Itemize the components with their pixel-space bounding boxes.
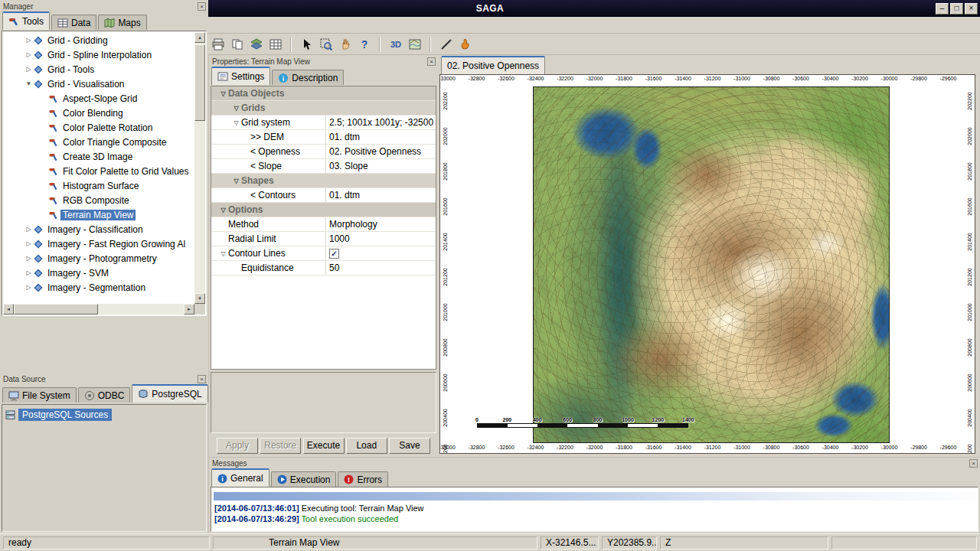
scroll-left-icon[interactable]: ◄ — [3, 304, 14, 315]
close-properties-icon[interactable]: × — [427, 57, 436, 66]
expand-arrow-icon[interactable]: ▷ — [24, 269, 34, 276]
view-3d-button[interactable]: 3D — [386, 35, 405, 54]
data-source-tabs: File SystemODBCPostgreSQL — [0, 384, 208, 403]
property-value[interactable]: 03. Slope — [326, 159, 436, 173]
tree-item-grid-spline-interpolation[interactable]: ▷Grid - Spline Interpolation — [2, 47, 194, 62]
tree-horizontal-scrollbar[interactable]: ◄ ► — [3, 304, 194, 315]
collapse-arrow-icon[interactable]: ▽ — [231, 119, 241, 126]
tree-item-histogram-surface[interactable]: Histogram Surface — [2, 178, 194, 193]
tree-item-fit-color-palette-to-grid-values[interactable]: Fit Color Palette to Grid Values — [2, 164, 194, 178]
expand-arrow-icon[interactable]: ▷ — [24, 51, 34, 58]
tree-item-aspect-slope-grid[interactable]: Aspect-Slope Grid — [2, 91, 194, 106]
messages-tab-general[interactable]: iGeneral — [211, 468, 270, 487]
measure-button[interactable] — [436, 35, 456, 54]
property-section-options[interactable]: ▽Options — [211, 203, 436, 217]
execute-button[interactable]: Execute — [303, 438, 345, 454]
y-axis-tick-label: 201800 — [967, 162, 972, 180]
tree-item-color-blending[interactable]: Color Blending — [2, 106, 194, 120]
datasource-item-postgresql-sources[interactable]: PostgreSQL Sources — [5, 409, 203, 421]
horizontal-scrollbar-thumb[interactable] — [14, 304, 98, 315]
print-map-button[interactable] — [405, 35, 424, 54]
collapse-arrow-icon[interactable]: ▽ — [231, 105, 241, 112]
datasource-tab-odbc[interactable]: ODBC — [78, 387, 131, 403]
layers-button[interactable] — [247, 35, 266, 54]
collapse-arrow-icon[interactable]: ▽ — [231, 178, 241, 184]
tree-item-grid-tools[interactable]: ▷Grid - Tools — [2, 62, 194, 77]
property-value[interactable]: Morphology — [326, 217, 436, 231]
tree-item-create-3d-image[interactable]: Create 3D Image — [2, 149, 194, 164]
properties-tab-description[interactable]: iDescription — [272, 70, 344, 85]
map-tab-positive-openness[interactable]: 02. Positive Openness — [441, 56, 545, 74]
tree-item-imagery-segmentation[interactable]: ▷Imagery - Segmentation — [2, 280, 194, 295]
property-value[interactable]: 50 — [326, 261, 436, 275]
copy-button[interactable] — [227, 35, 247, 54]
help-button[interactable]: ? — [354, 35, 374, 54]
load-button[interactable]: Load — [346, 438, 387, 454]
collapse-arrow-icon[interactable]: ▽ — [218, 250, 228, 257]
tree-item-grid-visualisation[interactable]: ▼Grid - Visualisation — [2, 77, 194, 91]
collapse-arrow-icon[interactable]: ▼ — [24, 80, 34, 87]
property-section-data-objects[interactable]: ▽Data Objects — [211, 86, 436, 101]
collapse-arrow-icon[interactable]: ▽ — [218, 90, 228, 97]
collapse-arrow-icon[interactable]: ▽ — [218, 207, 228, 214]
datasource-tab-file-system[interactable]: File System — [2, 387, 77, 403]
close-manager-icon[interactable]: × — [198, 2, 206, 11]
expand-arrow-icon[interactable]: ▷ — [24, 255, 34, 262]
messages-tab-errors[interactable]: !Errors — [338, 471, 388, 487]
property-value[interactable]: 01. dtm — [326, 188, 436, 202]
minimize-button[interactable]: – — [936, 3, 949, 15]
manager-tab-tools[interactable]: Tools — [2, 11, 50, 30]
table-button[interactable] — [266, 35, 285, 54]
close-data-source-icon[interactable]: × — [198, 375, 206, 383]
print-button[interactable] — [208, 35, 227, 54]
contour-lines-checkbox[interactable]: ✓ — [329, 249, 339, 259]
terrain-map-image[interactable] — [533, 86, 890, 443]
property-row-radial-limit: Radial Limit1000 — [211, 232, 436, 246]
maximize-button[interactable]: □ — [950, 3, 963, 15]
tree-item-color-palette-rotation[interactable]: Color Palette Rotation — [2, 120, 194, 135]
property-value[interactable]: 2.5; 1001x 1001y; -32500 — [326, 116, 436, 129]
tree-item-terrain-map-view[interactable]: Terrain Map View — [2, 207, 194, 222]
property-section-shapes[interactable]: ▽Shapes — [211, 174, 436, 188]
pan-hand-button[interactable] — [335, 35, 354, 54]
close-messages-icon[interactable]: × — [969, 459, 978, 468]
expand-arrow-icon[interactable]: ▷ — [24, 226, 34, 233]
save-button[interactable]: Save — [389, 438, 430, 454]
property-value[interactable]: 1000 — [326, 232, 436, 246]
pointer-button[interactable] — [297, 35, 316, 54]
scalebar-label: 1000 — [622, 417, 634, 422]
property-value[interactable]: 01. dtm — [326, 130, 436, 144]
expand-arrow-icon[interactable]: ▷ — [24, 37, 34, 44]
zoom-select-button[interactable] — [316, 35, 335, 54]
tree-item-imagery-photogrammetry[interactable]: ▷Imagery - Photogrammetry — [2, 251, 194, 266]
scroll-right-icon[interactable]: ► — [184, 304, 194, 315]
close-button[interactable]: × — [965, 3, 978, 15]
tree-item-color-triangle-composite[interactable]: Color Triangle Composite — [2, 135, 194, 149]
property-section-grids[interactable]: ▽Grids — [211, 101, 436, 116]
tree-item-rgb-composite[interactable]: RGB Composite — [2, 193, 194, 207]
tree-item-imagery-svm[interactable]: ▷Imagery - SVM — [2, 266, 194, 280]
tree-item-grid-gridding[interactable]: ▷Grid - Gridding — [2, 33, 194, 47]
manager-tab-maps[interactable]: Maps — [98, 15, 146, 30]
properties-tab-settings[interactable]: Settings — [211, 67, 270, 85]
tree-item-imagery-fast-region-growing-al[interactable]: ▷Imagery - Fast Region Growing Al — [2, 236, 194, 251]
expand-arrow-icon[interactable]: ▷ — [24, 240, 34, 247]
scroll-up-icon[interactable]: ▲ — [194, 32, 205, 43]
vertical-scrollbar-thumb[interactable] — [194, 44, 205, 121]
tree-vertical-scrollbar[interactable]: ▲ ▼ — [194, 32, 205, 304]
expand-arrow-icon[interactable]: ▷ — [24, 66, 34, 73]
property-value[interactable]: 02. Positive Openness — [326, 145, 436, 158]
map-canvas[interactable]: -33000-32800-32600-32400-32200-32000-318… — [439, 74, 975, 454]
y-axis-tick-label: 202200 — [967, 92, 972, 109]
status-tool-field: Terrain Map View — [213, 536, 537, 549]
scroll-down-icon[interactable]: ▼ — [194, 293, 205, 304]
expand-arrow-icon[interactable]: ▷ — [24, 284, 34, 291]
messages-tab-execution[interactable]: Execution — [271, 471, 337, 487]
tree-item-label: Color Palette Rotation — [60, 122, 155, 133]
brush-button[interactable] — [456, 35, 475, 54]
svg-text:i: i — [283, 74, 285, 82]
manager-tab-data[interactable]: Data — [51, 15, 96, 30]
datasource-tab-postgresql[interactable]: PostgreSQL — [132, 384, 207, 403]
manager-panel-header: Manager × — [0, 0, 208, 11]
tree-item-imagery-classification[interactable]: ▷Imagery - Classification — [2, 222, 194, 236]
